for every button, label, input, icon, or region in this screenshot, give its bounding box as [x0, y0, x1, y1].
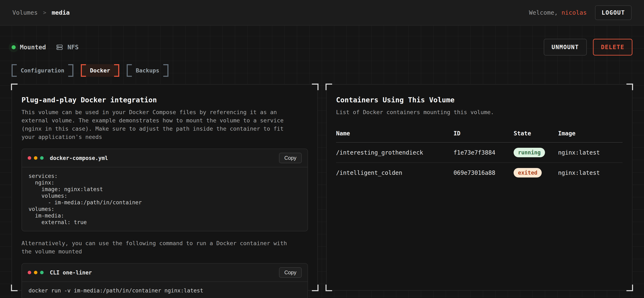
topbar-right: Welcome, nicolas LOGOUT [529, 5, 632, 20]
welcome-text: Welcome, nicolas [529, 9, 586, 16]
cli-code-card: CLI one-liner Copy docker run -v im-medi… [22, 263, 308, 298]
copy-cli-button[interactable]: Copy [279, 267, 302, 278]
corner-bracket-icon [11, 285, 18, 291]
docker-panel-title: Plug-and-play Docker integration [22, 96, 308, 104]
corner-bracket-icon [312, 84, 318, 90]
column-header-image: Image [558, 126, 622, 143]
column-header-name: Name [336, 126, 454, 143]
copy-compose-button[interactable]: Copy [279, 153, 302, 163]
yellow-dot-icon [34, 156, 38, 160]
traffic-light-dots-icon [28, 156, 44, 160]
server-stack-icon [56, 43, 63, 51]
tab-bar: Configuration Docker Backups [12, 64, 632, 77]
cli-intro-text: Alternatively, you can use the following… [22, 239, 296, 256]
container-name: /intelligent_colden [336, 163, 454, 183]
chevron-right-icon: > [43, 9, 46, 16]
column-header-state: State [514, 126, 558, 143]
main-content: Mounted NFS UNMOUNT DELETE Configuration… [0, 26, 644, 298]
green-dot-icon [40, 156, 44, 160]
containers-panel-subtitle: List of Docker containers mounting this … [336, 108, 611, 116]
green-dot-icon [40, 271, 44, 274]
tab-docker[interactable]: Docker [81, 64, 119, 77]
topbar: Volumes > media Welcome, nicolas LOGOUT [0, 0, 644, 26]
container-state: running [514, 143, 558, 163]
breadcrumb: Volumes > media [12, 9, 70, 16]
mounted-status-dot-icon [12, 45, 16, 49]
cli-code-body: docker run -v im-media:/path/in/containe… [22, 282, 308, 298]
logout-button[interactable]: LOGOUT [595, 5, 632, 20]
traffic-light-dots-icon [28, 271, 44, 274]
table-row: /interesting_grothendieck f1e73e7f3884 r… [336, 143, 622, 163]
mount-status-label: Mounted [20, 43, 46, 51]
filesystem-type: NFS [56, 43, 78, 51]
container-name: /interesting_grothendieck [336, 143, 454, 163]
filesystem-type-label: NFS [68, 43, 78, 51]
compose-code-body: services: nginx: image: nginx:latest vol… [22, 167, 308, 231]
corner-bracket-icon [626, 285, 633, 291]
welcome-prefix: Welcome, [529, 9, 558, 16]
cli-code-header: CLI one-liner Copy [22, 264, 308, 282]
docker-panel-description: This volume can be used in your Docker C… [22, 108, 296, 141]
breadcrumb-current-volume: media [52, 9, 70, 16]
volume-actions: UNMOUNT DELETE [544, 39, 632, 55]
breadcrumb-volumes-link[interactable]: Volumes [12, 9, 38, 16]
corner-bracket-icon [11, 84, 18, 90]
containers-table: Name ID State Image /interesting_grothen… [336, 126, 622, 183]
red-dot-icon [28, 271, 31, 274]
status-badge: exited [514, 168, 542, 177]
delete-button[interactable]: DELETE [593, 39, 632, 55]
cli-title: CLI one-liner [50, 270, 92, 276]
containers-panel: Containers Using This Volume List of Doc… [326, 84, 632, 291]
compose-code-card: docker-compose.yml Copy services: nginx:… [22, 149, 308, 231]
corner-bracket-icon [626, 84, 633, 90]
corner-bracket-icon [326, 285, 332, 291]
corner-bracket-icon [312, 285, 318, 291]
panels-row: Plug-and-play Docker integration This vo… [12, 84, 632, 291]
status-row: Mounted NFS UNMOUNT DELETE [12, 39, 632, 55]
unmount-button[interactable]: UNMOUNT [544, 39, 587, 55]
column-header-id: ID [454, 126, 514, 143]
compose-filename: docker-compose.yml [50, 155, 108, 161]
container-id: f1e73e7f3884 [454, 143, 514, 163]
username: nicolas [562, 9, 587, 16]
compose-code-header: docker-compose.yml Copy [22, 149, 308, 167]
containers-panel-title: Containers Using This Volume [336, 96, 622, 104]
table-header-row: Name ID State Image [336, 126, 622, 143]
tab-backups[interactable]: Backups [127, 64, 168, 77]
container-image: nginx:latest [558, 143, 622, 163]
container-id: 069e73016a88 [454, 163, 514, 183]
docker-integration-panel: Plug-and-play Docker integration This vo… [12, 84, 318, 291]
tab-configuration[interactable]: Configuration [12, 64, 73, 77]
corner-bracket-icon [326, 84, 332, 90]
table-row: /intelligent_colden 069e73016a88 exited … [336, 163, 622, 183]
container-state: exited [514, 163, 558, 183]
red-dot-icon [28, 156, 31, 160]
yellow-dot-icon [34, 271, 38, 274]
mount-status: Mounted [12, 43, 46, 51]
status-badge: running [514, 148, 545, 157]
container-image: nginx:latest [558, 163, 622, 183]
